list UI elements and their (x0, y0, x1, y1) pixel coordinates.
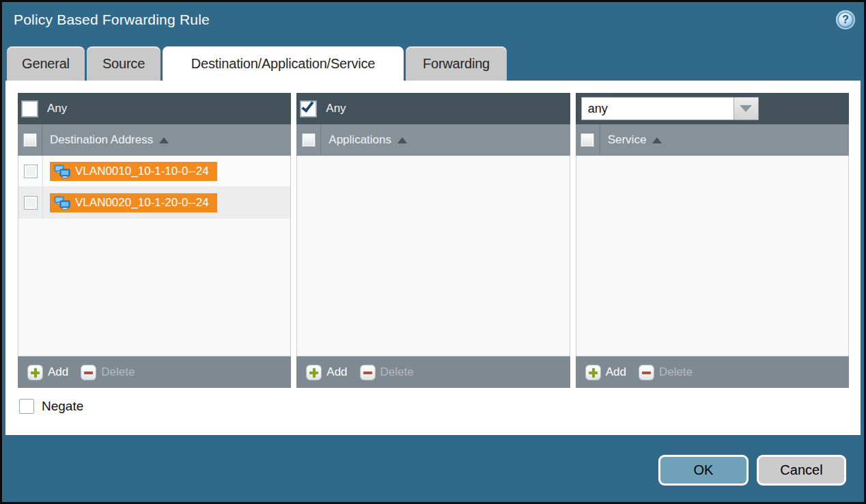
service-column: any Service Add (576, 93, 849, 388)
service-column-header[interactable]: Service (608, 133, 647, 147)
applications-any-bar: Any (296, 93, 570, 124)
destination-list: VLAN0010_10-1-10-0--24 (18, 156, 291, 356)
service-dropdown[interactable]: any (581, 97, 759, 120)
cancel-button[interactable]: Cancel (757, 455, 846, 486)
destination-any-bar: Any (18, 93, 291, 124)
policy-forwarding-dialog: Policy Based Forwarding Rule ? General S… (0, 0, 866, 504)
applications-header-bar: Applications (296, 124, 570, 156)
row-checkbox[interactable] (24, 196, 38, 210)
tab-source[interactable]: Source (87, 46, 160, 81)
address-row[interactable]: VLAN0020_10-1-20-0--24 (18, 187, 290, 219)
dialog-title: Policy Based Forwarding Rule (14, 12, 210, 28)
destination-any-label: Any (47, 102, 67, 115)
destination-address-column: Any Destination Address (18, 93, 291, 388)
delete-button[interactable]: Delete (81, 365, 135, 380)
delete-button[interactable]: Delete (639, 365, 693, 380)
add-button[interactable]: Add (585, 365, 626, 380)
applications-any-checkbox[interactable] (301, 101, 316, 117)
columns-container: Any Destination Address (18, 93, 849, 388)
plus-icon (27, 365, 43, 380)
tab-forwarding[interactable]: Forwarding (406, 46, 507, 81)
minus-icon (81, 365, 96, 380)
negate-label: Negate (42, 399, 83, 414)
destination-any-checkbox[interactable] (22, 101, 38, 117)
sort-asc-icon[interactable] (159, 137, 169, 143)
add-button[interactable]: Add (306, 365, 347, 380)
ok-button[interactable]: OK (658, 455, 749, 486)
applications-column: Any Applications Add Delete (296, 93, 570, 388)
address-label: VLAN0010_10-1-10-0--24 (75, 165, 209, 178)
destination-header-bar: Destination Address (18, 124, 291, 156)
plus-icon (306, 365, 322, 380)
row-checkbox[interactable] (24, 165, 38, 178)
address-object[interactable]: VLAN0020_10-1-20-0--24 (50, 193, 217, 212)
service-dropdown-bar: any (576, 93, 849, 124)
applications-select-all-checkbox[interactable] (302, 133, 316, 147)
sort-asc-icon[interactable] (652, 137, 662, 143)
dialog-actions: OK Cancel (658, 455, 846, 486)
destination-select-all-checkbox[interactable] (23, 133, 37, 147)
applications-list (296, 156, 570, 356)
address-label: VLAN0020_10-1-20-0--24 (75, 196, 209, 210)
address-row[interactable]: VLAN0010_10-1-10-0--24 (18, 156, 290, 187)
service-header-bar: Service (576, 124, 849, 156)
tab-destination-application-service[interactable]: Destination/Application/Service (163, 46, 404, 81)
negate-checkbox[interactable] (19, 399, 34, 414)
check-icon (302, 99, 314, 113)
service-footer-bar: Add Delete (576, 356, 849, 388)
applications-footer-bar: Add Delete (296, 356, 570, 388)
applications-column-header[interactable]: Applications (329, 133, 391, 147)
delete-button[interactable]: Delete (360, 365, 414, 380)
help-icon[interactable]: ? (836, 10, 855, 29)
service-dropdown-value[interactable]: any (582, 98, 734, 120)
sort-asc-icon[interactable] (397, 137, 407, 143)
address-object[interactable]: VLAN0010_10-1-10-0--24 (50, 162, 217, 181)
network-icon (54, 164, 70, 179)
destination-footer-bar: Add Delete (18, 356, 291, 388)
tab-general[interactable]: General (7, 46, 85, 81)
tab-content-panel: Any Destination Address (5, 81, 861, 435)
plus-icon (585, 365, 601, 380)
chevron-down-icon[interactable] (734, 98, 758, 120)
network-icon (54, 195, 70, 210)
destination-column-header[interactable]: Destination Address (50, 133, 153, 147)
minus-icon (360, 365, 376, 380)
tab-bar: General Source Destination/Application/S… (7, 46, 507, 81)
service-select-all-checkbox[interactable] (581, 133, 594, 147)
applications-any-label: Any (326, 102, 346, 115)
add-button[interactable]: Add (27, 365, 68, 380)
minus-icon (639, 365, 654, 380)
negate-option: Negate (19, 399, 83, 414)
service-list (576, 156, 849, 356)
